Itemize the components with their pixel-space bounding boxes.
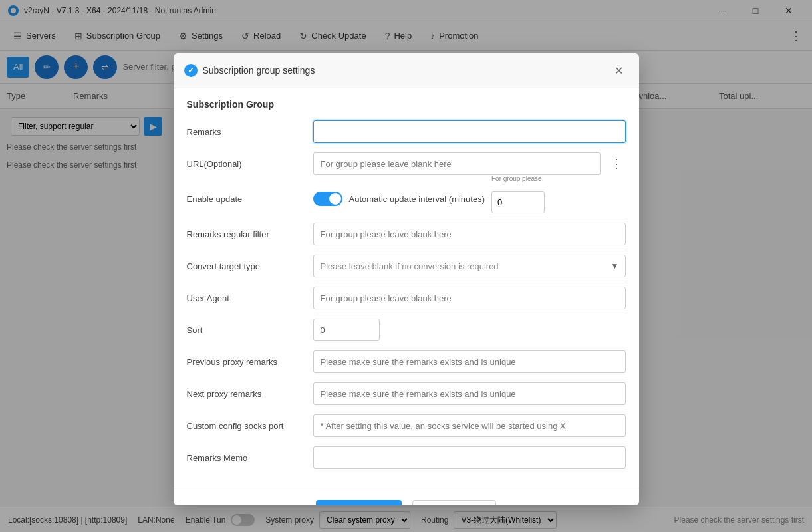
enable-update-toggle[interactable] [313, 192, 342, 206]
confirm-button[interactable]: Confirm [316, 500, 402, 505]
remarks-filter-row: Remarks regular filter [187, 223, 626, 245]
custom-socks-row: Custom config socks port [187, 414, 626, 437]
prev-proxy-label: Previous proxy remarks [187, 357, 307, 367]
interval-group: For group please [491, 184, 545, 213]
url-row: URL(Optional) ⋮ [187, 152, 626, 175]
convert-target-row: Convert target type Please leave blank i… [187, 255, 626, 277]
url-label: URL(Optional) [187, 159, 307, 169]
convert-target-select-wrapper: Please leave blank if no conversion is r… [313, 255, 626, 277]
enable-update-row: Enable update Automatic update interval … [187, 184, 626, 213]
convert-target-label: Convert target type [187, 261, 307, 271]
subscription-group-modal: ✓ Subscription group settings ✕ Subscrip… [174, 53, 639, 505]
user-agent-input[interactable] [313, 287, 626, 309]
remarks-filter-input[interactable] [313, 223, 626, 245]
url-more-button[interactable]: ⋮ [607, 154, 626, 173]
interval-note: For group please [491, 175, 542, 182]
modal-header: ✓ Subscription group settings ✕ [174, 53, 639, 88]
next-proxy-label: Next proxy remarks [187, 389, 307, 399]
remarks-input[interactable] [313, 120, 626, 143]
next-proxy-row: Next proxy remarks [187, 382, 626, 405]
modal-section-title: Subscription Group [187, 99, 626, 110]
convert-target-select[interactable]: Please leave blank if no conversion is r… [313, 255, 626, 277]
remarks-memo-label: Remarks Memo [187, 453, 307, 463]
sort-label: Sort [187, 325, 307, 335]
modal-overlay: ✓ Subscription group settings ✕ Subscrip… [0, 0, 812, 532]
interval-input[interactable] [491, 191, 545, 213]
enable-update-label: Enable update [187, 194, 307, 204]
url-input[interactable] [313, 152, 601, 175]
sort-input[interactable] [313, 319, 380, 341]
modal-header-icon: ✓ [184, 64, 198, 77]
sort-row: Sort [187, 319, 626, 341]
remarks-memo-row: Remarks Memo [187, 446, 626, 469]
cancel-button[interactable]: Cancel [412, 500, 496, 505]
remarks-label: Remarks [187, 127, 307, 137]
update-controls: Automatic update interval (minutes) For … [313, 184, 626, 213]
next-proxy-input[interactable] [313, 382, 626, 405]
remarks-row: Remarks [187, 120, 626, 143]
prev-proxy-input[interactable] [313, 350, 626, 373]
modal-footer: Confirm Cancel [174, 489, 639, 505]
user-agent-row: User Agent [187, 287, 626, 309]
custom-socks-input[interactable] [313, 414, 626, 437]
modal-title: Subscription group settings [203, 65, 610, 76]
user-agent-label: User Agent [187, 293, 307, 303]
modal-body: Subscription Group Remarks URL(Optional)… [174, 88, 639, 489]
prev-proxy-row: Previous proxy remarks [187, 350, 626, 373]
remarks-filter-label: Remarks regular filter [187, 229, 307, 239]
interval-label: Automatic update interval (minutes) [349, 194, 485, 204]
modal-close-button[interactable]: ✕ [610, 61, 628, 80]
remarks-memo-input[interactable] [313, 446, 626, 469]
custom-socks-label: Custom config socks port [187, 421, 307, 431]
